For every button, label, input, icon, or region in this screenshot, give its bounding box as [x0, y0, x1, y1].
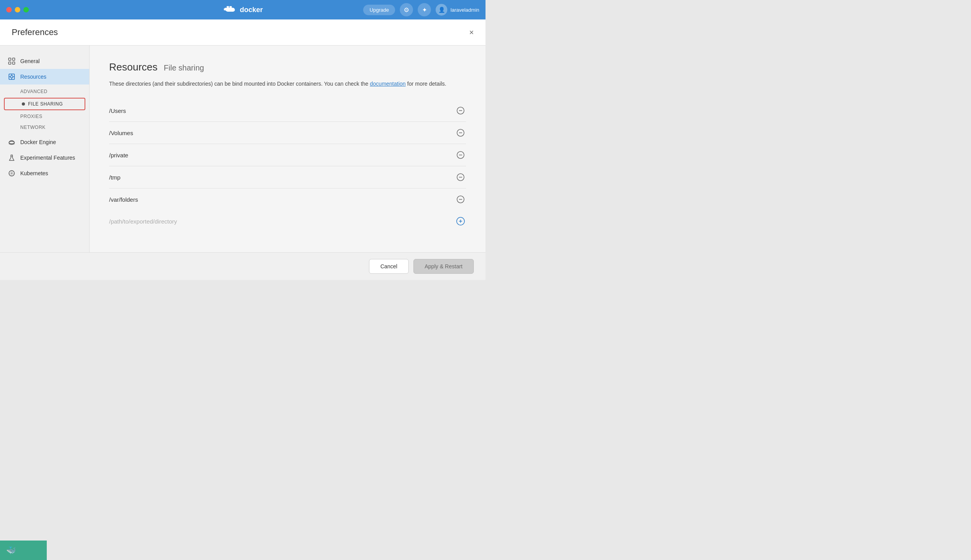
- preferences-window: Preferences × General: [0, 19, 486, 280]
- svg-point-15: [9, 141, 14, 144]
- docker-engine-icon: [8, 138, 16, 146]
- kubernetes-label: Kubernetes: [20, 170, 48, 176]
- docker-logo: docker: [222, 4, 263, 15]
- page-heading: Resources File sharing: [109, 61, 466, 73]
- titlebar-actions: Upgrade ⚙ ✦ 👤 laraveladmin: [363, 3, 479, 16]
- maximize-traffic-dot[interactable]: [23, 7, 29, 12]
- window-header: Preferences ×: [0, 19, 486, 46]
- remove-tmp-button[interactable]: [455, 172, 466, 183]
- user-icon: 👤: [438, 7, 445, 13]
- settings-icon: ⚙: [404, 6, 409, 14]
- remove-var-folders-button[interactable]: [455, 194, 466, 205]
- sidebar-item-general[interactable]: General: [0, 53, 89, 69]
- resources-icon: [8, 73, 16, 81]
- svg-rect-6: [12, 58, 15, 60]
- directory-path: /tmp: [109, 174, 120, 181]
- description-end: for more details.: [407, 81, 446, 87]
- apply-restart-button[interactable]: Apply & Restart: [413, 259, 474, 274]
- main-panel: Resources File sharing These directories…: [90, 46, 486, 252]
- sidebar-sub-advanced[interactable]: ADVANCED: [0, 86, 89, 97]
- add-placeholder-text: /path/to/exported/directory: [109, 218, 177, 225]
- svg-rect-7: [9, 62, 11, 64]
- user-menu[interactable]: 👤 laraveladmin: [436, 4, 479, 16]
- general-icon: [8, 57, 16, 65]
- add-directory-row: /path/to/exported/directory: [109, 210, 466, 232]
- window-close-button[interactable]: ×: [469, 28, 474, 36]
- experimental-label: Experimental Features: [20, 155, 75, 161]
- svg-rect-5: [9, 58, 11, 60]
- docker-text: docker: [240, 6, 263, 14]
- directory-path: /private: [109, 152, 128, 158]
- close-traffic-dot[interactable]: [6, 7, 12, 12]
- remove-volumes-button[interactable]: [455, 127, 466, 138]
- cancel-button[interactable]: Cancel: [369, 259, 409, 274]
- settings-button[interactable]: ⚙: [400, 3, 413, 16]
- heading-title: Resources: [109, 61, 157, 73]
- description: These directories (and their subdirector…: [109, 79, 466, 88]
- directory-path: /Users: [109, 107, 126, 114]
- file-sharing-label: FILE SHARING: [28, 101, 63, 107]
- directory-item-var-folders: /var/folders: [109, 188, 466, 210]
- directory-path: /var/folders: [109, 196, 138, 203]
- directory-item-tmp: /tmp: [109, 166, 466, 188]
- documentation-link[interactable]: documentation: [370, 81, 406, 87]
- svg-point-10: [11, 76, 13, 78]
- traffic-lights: [6, 7, 29, 12]
- experimental-icon: [8, 154, 16, 162]
- resources-label: Resources: [20, 74, 46, 80]
- avatar: 👤: [436, 4, 447, 16]
- page-title: Preferences: [12, 27, 58, 37]
- resources-submenu: ADVANCED FILE SHARING PROXIES NETWORK: [0, 85, 89, 134]
- docker-engine-label: Docker Engine: [20, 139, 56, 145]
- svg-rect-4: [230, 6, 232, 8]
- svg-rect-3: [227, 6, 229, 8]
- sidebar-item-experimental[interactable]: Experimental Features: [0, 150, 89, 166]
- directory-path: /Volumes: [109, 130, 133, 136]
- sidebar-item-kubernetes[interactable]: Kubernetes: [0, 166, 89, 181]
- remove-users-button[interactable]: [455, 105, 466, 116]
- bug-icon: ✦: [422, 6, 427, 14]
- sidebar-item-docker-engine[interactable]: Docker Engine: [0, 134, 89, 150]
- sidebar-sub-network[interactable]: NETWORK: [0, 122, 89, 133]
- svg-rect-8: [12, 62, 15, 64]
- content-area: General Resources ADVANCED: [0, 46, 486, 252]
- upgrade-button[interactable]: Upgrade: [363, 5, 395, 15]
- sidebar: General Resources ADVANCED: [0, 46, 90, 252]
- minimize-traffic-dot[interactable]: [15, 7, 20, 12]
- footer: Cancel Apply & Restart: [0, 252, 486, 280]
- bug-report-button[interactable]: ✦: [418, 3, 431, 16]
- heading-sub: File sharing: [164, 63, 204, 72]
- file-sharing-dot: [22, 102, 25, 106]
- directory-list: /Users /Volumes: [109, 100, 466, 210]
- kubernetes-icon: [8, 169, 16, 177]
- sidebar-sub-file-sharing[interactable]: FILE SHARING: [4, 98, 85, 110]
- directory-item-volumes: /Volumes: [109, 122, 466, 144]
- directory-item-private: /private: [109, 144, 466, 166]
- titlebar: docker Upgrade ⚙ ✦ 👤 laraveladmin: [0, 0, 486, 19]
- username-label: laraveladmin: [450, 7, 479, 13]
- general-label: General: [20, 58, 40, 64]
- description-text: These directories (and their subdirector…: [109, 81, 368, 87]
- sidebar-item-resources[interactable]: Resources: [0, 69, 89, 85]
- directory-item-users: /Users: [109, 100, 466, 122]
- remove-private-button[interactable]: [455, 150, 466, 160]
- add-directory-button[interactable]: [455, 216, 466, 227]
- sidebar-sub-proxies[interactable]: PROXIES: [0, 111, 89, 122]
